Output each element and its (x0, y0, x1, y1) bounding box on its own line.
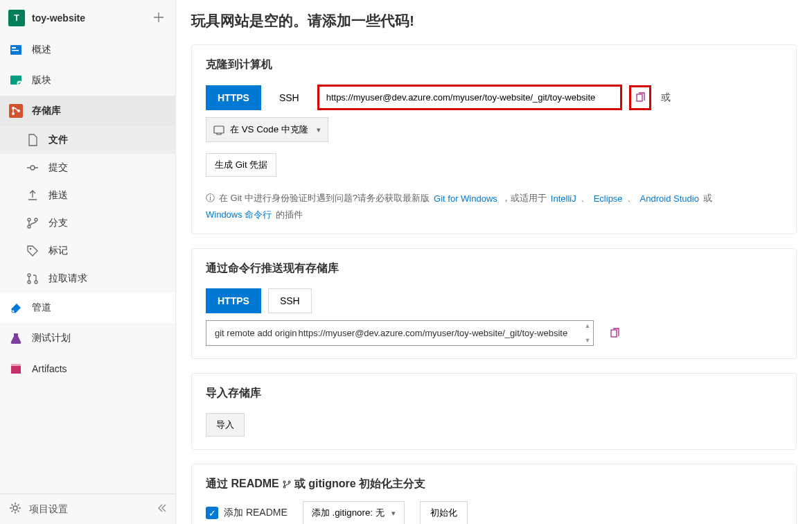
add-readme-label: 添加 README (224, 507, 288, 519)
push-command-url: https://myuser@dev.azure.com/myuser/toy-… (299, 328, 568, 338)
sidebar-item-label: 提交 (48, 161, 68, 174)
sidebar-header: T toy-website (0, 0, 175, 35)
svg-point-7 (12, 112, 15, 115)
init-title: 通过 README 或 gitignore 初始化主分支 (206, 477, 782, 491)
project-settings-label: 项目设置 (29, 503, 68, 516)
copy-url-button[interactable] (629, 85, 651, 110)
vscode-icon (213, 124, 224, 135)
sidebar: T toy-website 概述 版块 存储库 文件 提交 推送 (0, 0, 176, 524)
branch-icon (282, 480, 292, 489)
push-command-box[interactable]: git remote add origin https://myuser@dev… (206, 320, 594, 346)
info-icon: ⓘ (206, 192, 215, 204)
generate-git-credentials-button[interactable]: 生成 Git 凭据 (206, 153, 276, 177)
initialize-button[interactable]: 初始化 (420, 501, 468, 524)
push-card: 通过命令行推送现有存储库 HTTPS SSH git remote add or… (191, 248, 797, 359)
sidebar-item-label: 概述 (32, 44, 51, 56)
clone-in-vscode-button[interactable]: 在 VS Code 中克隆 ▾ (206, 117, 328, 142)
svg-point-6 (12, 107, 15, 110)
svg-point-10 (28, 218, 30, 221)
pr-icon (25, 271, 40, 286)
nav-section: 概述 版块 存储库 文件 提交 推送 分支 标记 (0, 35, 175, 494)
pipelines-icon (8, 300, 24, 315)
sidebar-item-pull-requests[interactable]: 拉取请求 (0, 265, 175, 292)
sidebar-item-label: 分支 (48, 217, 68, 229)
sidebar-item-label: 标记 (48, 245, 68, 257)
clone-card: 克隆到计算机 HTTPS SSH 或 在 VS Code 中克隆 ▾ 生成 Gi… (191, 44, 797, 234)
tag-icon (25, 243, 40, 259)
svg-point-11 (28, 225, 30, 228)
clone-help-text: ⓘ 在 Git 中进行身份验证时遇到问题?请务必获取最新版 Git for Wi… (206, 192, 782, 221)
test-icon (8, 331, 24, 346)
vscode-label: 在 VS Code 中克隆 (230, 123, 308, 136)
sidebar-item-tags[interactable]: 标记 (0, 237, 175, 265)
sidebar-item-pipelines[interactable]: 管道 (0, 292, 175, 323)
chevron-down-icon: ▾ (317, 125, 321, 134)
copy-icon (635, 92, 646, 103)
svg-rect-5 (9, 104, 23, 118)
tab-ssh[interactable]: SSH (268, 86, 310, 110)
windows-cli-link[interactable]: Windows 命令行 (206, 209, 272, 221)
clone-tab-row: HTTPS SSH 或 在 VS Code 中克隆 ▾ (206, 85, 782, 142)
push-tab-ssh[interactable]: SSH (268, 288, 312, 313)
copy-icon (609, 328, 620, 339)
main-content: 玩具网站是空的。请添加一些代码! 克隆到计算机 HTTPS SSH 或 在 VS… (176, 0, 812, 524)
svg-rect-21 (637, 94, 642, 101)
svg-point-17 (12, 310, 15, 313)
sidebar-item-commits[interactable]: 提交 (0, 154, 175, 182)
svg-point-16 (35, 281, 37, 283)
sidebar-item-branches[interactable]: 分支 (0, 209, 175, 237)
sidebar-item-boards[interactable]: 版块 (0, 65, 175, 96)
intellij-link[interactable]: IntelliJ (551, 193, 576, 204)
gitignore-label: 添加 .gitignore: 无 (312, 507, 385, 519)
boards-icon (8, 73, 24, 88)
svg-point-12 (35, 218, 37, 221)
init-row: ✓ 添加 README 添加 .gitignore: 无 ▾ 初始化 (206, 501, 782, 524)
svg-point-20 (13, 506, 17, 510)
import-button[interactable]: 导入 (206, 413, 245, 437)
add-button[interactable] (150, 10, 167, 26)
page-title: 玩具网站是空的。请添加一些代码! (191, 11, 797, 30)
svg-rect-22 (214, 126, 224, 133)
checkbox-checked-icon: ✓ (206, 507, 218, 519)
svg-point-9 (30, 166, 35, 170)
clone-title: 克隆到计算机 (206, 58, 782, 72)
tab-https[interactable]: HTTPS (206, 85, 261, 110)
sidebar-item-label: 测试计划 (32, 332, 71, 344)
push-tab-https[interactable]: HTTPS (206, 288, 261, 313)
svg-rect-19 (11, 364, 21, 366)
copy-push-command-button[interactable] (603, 321, 626, 346)
svg-point-26 (288, 481, 290, 483)
sidebar-item-label: 版块 (32, 74, 51, 87)
sidebar-item-files[interactable]: 文件 (0, 126, 175, 154)
svg-point-14 (28, 274, 30, 277)
sidebar-item-pushes[interactable]: 推送 (0, 182, 175, 209)
overview-icon (8, 42, 24, 58)
sidebar-item-test-plans[interactable]: 测试计划 (0, 323, 175, 353)
sidebar-item-label: 推送 (48, 189, 68, 202)
project-name[interactable]: toy-website (32, 12, 143, 24)
add-readme-checkbox[interactable]: ✓ 添加 README (206, 507, 288, 519)
scrollbar[interactable]: ▲▼ (583, 322, 592, 344)
android-studio-link[interactable]: Android Studio (640, 193, 699, 204)
collapse-icon[interactable] (156, 503, 167, 516)
sidebar-item-repos[interactable]: 存储库 (0, 96, 175, 126)
chevron-down-icon: ▾ (391, 509, 396, 518)
plus-icon (153, 12, 164, 23)
clone-url-input[interactable] (317, 85, 622, 110)
repos-icon (8, 103, 24, 119)
push-icon (25, 188, 40, 203)
push-command-row: git remote add origin https://myuser@dev… (206, 320, 782, 346)
sidebar-item-overview[interactable]: 概述 (0, 35, 175, 65)
sidebar-item-artifacts[interactable]: Artifacts (0, 353, 175, 384)
sidebar-footer[interactable]: 项目设置 (0, 494, 175, 524)
push-title: 通过命令行推送现有存储库 (206, 261, 782, 276)
sidebar-item-label: 文件 (48, 134, 68, 146)
push-tab-row: HTTPS SSH (206, 288, 782, 313)
push-command-prefix: git remote add origin (215, 328, 297, 338)
eclipse-link[interactable]: Eclipse (594, 193, 623, 204)
commit-icon (25, 160, 40, 175)
project-badge: T (8, 10, 25, 26)
gitignore-dropdown[interactable]: 添加 .gitignore: 无 ▾ (303, 501, 405, 524)
svg-point-15 (28, 281, 30, 283)
git-for-windows-link[interactable]: Git for Windows (434, 193, 497, 204)
